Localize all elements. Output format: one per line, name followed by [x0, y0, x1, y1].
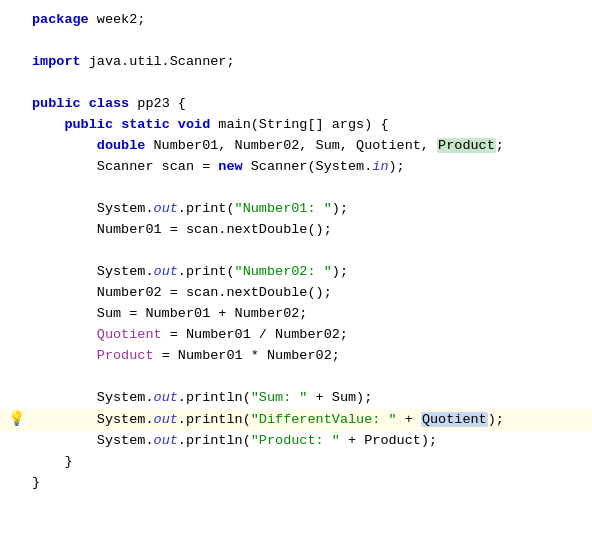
code-line: System.out.print("Number01: ");: [0, 199, 592, 220]
highlighted-var: Quotient: [421, 412, 488, 427]
line-text: Quotient = Number01 / Number02;: [32, 325, 592, 346]
line-text: System.out.println("DifferentValue: " + …: [32, 410, 592, 431]
code-line: Number02 = scan.nextDouble();: [0, 283, 592, 304]
code-line: Number01 = scan.nextDouble();: [0, 220, 592, 241]
code-line: }: [0, 452, 592, 473]
line-text: System.out.print("Number02: ");: [32, 262, 592, 283]
code-line: [0, 31, 592, 52]
line-text: Product = Number01 * Number02;: [32, 346, 592, 367]
line-text: Number01 = scan.nextDouble();: [32, 220, 592, 241]
line-text: public class pp23 {: [32, 94, 592, 115]
code-line: System.out.print("Number02: ");: [0, 262, 592, 283]
line-text: import java.util.Scanner;: [32, 52, 592, 73]
code-line: Scanner scan = new Scanner(System.in);: [0, 157, 592, 178]
code-line: System.out.println("Sum: " + Sum);: [0, 388, 592, 409]
code-line: package week2;: [0, 10, 592, 31]
code-line: Product = Number01 * Number02;: [0, 346, 592, 367]
code-line: }: [0, 473, 592, 494]
line-text: }: [32, 473, 592, 494]
code-line: System.out.println("Product: " + Product…: [0, 431, 592, 452]
code-editor: package week2;import java.util.Scanner;p…: [0, 0, 592, 504]
code-line: Quotient = Number01 / Number02;: [0, 325, 592, 346]
highlighted-var: Product: [437, 138, 496, 153]
line-text: }: [32, 452, 592, 473]
line-text: System.out.print("Number01: ");: [32, 199, 592, 220]
code-line: [0, 367, 592, 388]
line-text: Number02 = scan.nextDouble();: [32, 283, 592, 304]
line-text: Scanner scan = new Scanner(System.in);: [32, 157, 592, 178]
code-line: 💡 System.out.println("DifferentValue: " …: [0, 409, 592, 431]
code-line: double Number01, Number02, Sum, Quotient…: [0, 136, 592, 157]
code-line: [0, 178, 592, 199]
code-line: Sum = Number01 + Number02;: [0, 304, 592, 325]
line-text: Sum = Number01 + Number02;: [32, 304, 592, 325]
code-line: public class pp23 {: [0, 94, 592, 115]
line-text: System.out.println("Sum: " + Sum);: [32, 388, 592, 409]
code-line: [0, 73, 592, 94]
line-text: System.out.println("Product: " + Product…: [32, 431, 592, 452]
bulb-icon: 💡: [0, 409, 32, 431]
line-text: public static void main(String[] args) {: [32, 115, 592, 136]
line-text: package week2;: [32, 10, 592, 31]
code-line: [0, 241, 592, 262]
line-text: double Number01, Number02, Sum, Quotient…: [32, 136, 592, 157]
code-line: import java.util.Scanner;: [0, 52, 592, 73]
code-line: public static void main(String[] args) {: [0, 115, 592, 136]
